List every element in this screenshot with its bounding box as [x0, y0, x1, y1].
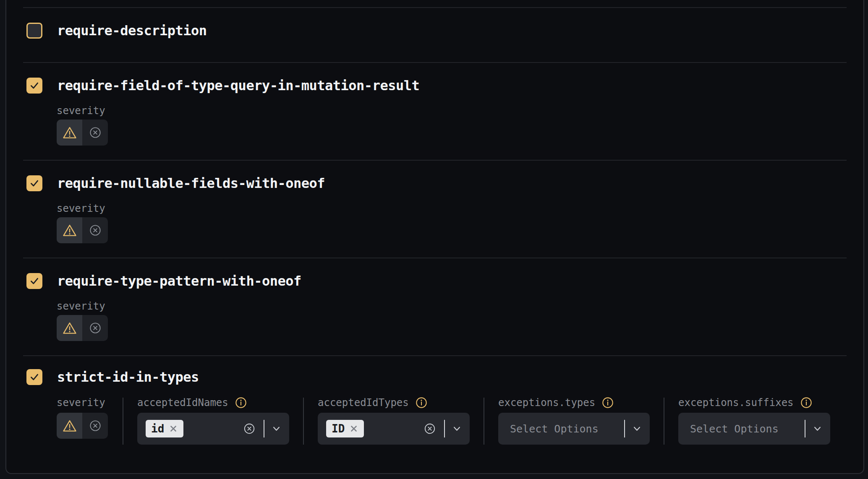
select-placeholder: Select Options: [507, 423, 599, 435]
rule-item-require-description: require-description: [23, 7, 847, 62]
tag-value: ID: [332, 420, 345, 437]
rule-checkbox-unchecked[interactable]: [26, 23, 42, 39]
severity-block: severity: [57, 301, 847, 341]
chevron-down-icon[interactable]: [453, 427, 460, 431]
severity-control: [57, 413, 108, 439]
rules-config-panel: require-description require-field-of-typ…: [5, 0, 864, 474]
severity-error-button[interactable]: [82, 413, 108, 439]
select-controls: [616, 420, 641, 437]
chevron-down-icon[interactable]: [273, 427, 280, 431]
rule-name: strict-id-in-types: [57, 369, 199, 385]
rule-name: require-description: [57, 23, 207, 39]
select-divider: [444, 420, 445, 437]
option-label: exceptions.types: [498, 398, 595, 408]
warning-icon: [63, 224, 77, 237]
rule-options-row: severity acceptedIdNames: [57, 398, 847, 445]
circle-x-icon: [89, 224, 102, 237]
severity-error-button[interactable]: [82, 120, 108, 146]
circle-x-icon: [89, 419, 102, 432]
select-controls: [424, 420, 460, 437]
severity-warn-button[interactable]: [57, 217, 82, 243]
warning-icon: [63, 419, 77, 432]
option-column-acceptedIdTypes: acceptedIdTypes ID: [303, 398, 484, 445]
warning-icon: [63, 322, 77, 335]
info-icon[interactable]: [800, 397, 812, 409]
tag-value: id: [151, 420, 164, 437]
chevron-down-icon[interactable]: [814, 427, 821, 431]
rule-header: require-description: [23, 23, 847, 39]
rule-item-require-nullable-fields-with-oneof: require-nullable-fields-with-oneof sever…: [23, 160, 847, 258]
severity-block: severity: [57, 203, 847, 243]
select-placeholder: Select Options: [687, 423, 779, 435]
check-icon: [29, 80, 40, 91]
circle-x-icon: [89, 126, 102, 139]
rule-checkbox-checked[interactable]: [26, 273, 42, 289]
select-divider: [805, 420, 805, 437]
clear-icon[interactable]: [243, 423, 255, 435]
rule-name: require-type-pattern-with-oneof: [57, 273, 301, 289]
severity-error-button[interactable]: [82, 315, 108, 341]
option-column-exceptions-types: exceptions.types Select Options: [484, 398, 664, 445]
severity-label: severity: [57, 203, 847, 213]
info-icon[interactable]: [416, 397, 427, 409]
select-controls: [243, 420, 280, 437]
option-label: acceptedIdNames: [137, 398, 228, 408]
selected-tag: id: [146, 420, 183, 437]
severity-control: [57, 217, 108, 243]
check-icon: [29, 178, 40, 189]
option-label: exceptions.suffixes: [678, 398, 794, 408]
rule-header: require-type-pattern-with-oneof: [23, 273, 847, 289]
tag-remove-icon[interactable]: [349, 424, 358, 433]
acceptedIdTypes-multiselect[interactable]: ID: [318, 413, 470, 445]
severity-control: [57, 120, 108, 146]
severity-control: [57, 315, 108, 341]
severity-error-button[interactable]: [82, 217, 108, 243]
select-divider: [264, 420, 264, 437]
info-icon[interactable]: [235, 397, 247, 409]
rule-header: strict-id-in-types: [23, 369, 847, 385]
clear-icon[interactable]: [424, 423, 436, 435]
check-icon: [29, 372, 40, 383]
rule-item-require-type-pattern-with-oneof: require-type-pattern-with-oneof severity: [23, 258, 847, 355]
severity-label: severity: [57, 398, 105, 408]
rule-checkbox-checked[interactable]: [26, 369, 42, 385]
circle-x-icon: [89, 322, 102, 334]
rules-list: require-description require-field-of-typ…: [23, 0, 847, 474]
exceptions-suffixes-multiselect[interactable]: Select Options: [678, 413, 830, 445]
tag-remove-icon[interactable]: [169, 424, 178, 433]
warning-icon: [63, 126, 77, 139]
rule-name: require-nullable-fields-with-oneof: [57, 175, 325, 191]
rule-header: require-nullable-fields-with-oneof: [23, 175, 847, 191]
rule-checkbox-checked[interactable]: [26, 175, 42, 191]
option-label: acceptedIdTypes: [318, 398, 409, 408]
rule-checkbox-checked[interactable]: [26, 78, 42, 94]
rule-header: require-field-of-type-query-in-mutation-…: [23, 78, 847, 94]
rule-item-require-field-of-type-query-in-mutation-result: require-field-of-type-query-in-mutation-…: [23, 62, 847, 160]
option-column-exceptions-suffixes: exceptions.suffixes Select Options: [664, 398, 844, 445]
option-column-severity: severity: [57, 398, 123, 445]
chevron-down-icon[interactable]: [633, 427, 641, 431]
rule-item-strict-id-in-types: strict-id-in-types severity: [23, 355, 847, 474]
acceptedIdNames-multiselect[interactable]: id: [137, 413, 289, 445]
select-controls: [796, 420, 821, 437]
exceptions-types-multiselect[interactable]: Select Options: [498, 413, 650, 445]
select-divider: [624, 420, 625, 437]
rule-name: require-field-of-type-query-in-mutation-…: [57, 78, 419, 94]
info-icon[interactable]: [602, 397, 614, 409]
selected-tag: ID: [326, 420, 364, 437]
severity-label: severity: [57, 301, 847, 311]
check-icon: [29, 276, 40, 286]
severity-label: severity: [57, 106, 847, 116]
severity-warn-button[interactable]: [57, 120, 82, 146]
severity-warn-button[interactable]: [57, 315, 82, 341]
severity-block: severity: [57, 106, 847, 146]
option-column-acceptedIdNames: acceptedIdNames id: [123, 398, 303, 445]
severity-warn-button[interactable]: [57, 413, 82, 439]
